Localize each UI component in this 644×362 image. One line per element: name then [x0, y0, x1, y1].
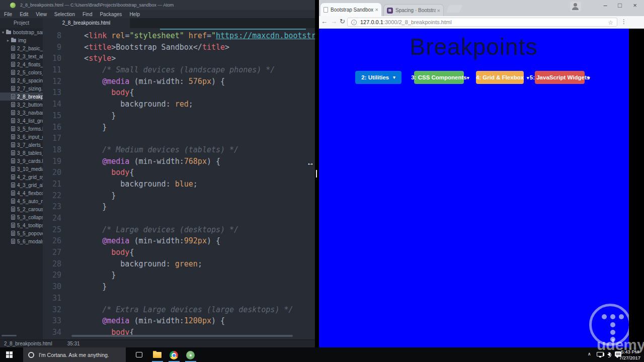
tree-file-3_5_forms.h[interactable]: 3_5_forms.h [0, 125, 43, 133]
code-line-14[interactable]: 14 background: red; [43, 99, 315, 110]
tree-folder-img[interactable]: ▸img [0, 36, 43, 44]
maximize-button[interactable]: □ [614, 2, 626, 9]
file-explorer-icon[interactable] [153, 352, 162, 358]
code-line-23[interactable]: 23 } [43, 201, 315, 213]
tree-file-2_3_text_alig[interactable]: 2_3_text_alig [0, 52, 43, 60]
tree-item-label: 3_10_media [17, 166, 43, 172]
tree-file-5_4_tooltips[interactable]: 5_4_tooltips [0, 221, 43, 229]
file-icon [11, 239, 15, 244]
refresh-icon[interactable]: ↻ [340, 18, 345, 25]
tab-close-icon[interactable]: × [437, 8, 440, 14]
chevron-right-icon[interactable]: ▸ [6, 38, 10, 43]
tree-file-2_7_sizing.ht[interactable]: 2_7_sizing.ht [0, 84, 43, 93]
code-line-19[interactable]: 19 @media (min-width:768px) { [43, 156, 315, 167]
code-line-29[interactable]: 29 } [43, 269, 315, 281]
menu-packages[interactable]: Packages [100, 12, 122, 17]
tree-file-3_8_tables_p[interactable]: 3_8_tables_p [0, 149, 43, 157]
code-line-18[interactable]: 18 /* Medium devices (tablets) */ [43, 144, 315, 156]
code-line-26[interactable]: 26 @media (min-width:992px) { [43, 235, 315, 247]
code-editor[interactable]: 8 <link rel="stylesheet" href="https://m… [43, 28, 315, 339]
code-line-33[interactable]: 33 @media (min-width:1200px) { [43, 315, 315, 327]
dropdown-button-5[interactable]: 5: JavaScript Widgets▾ [535, 71, 585, 84]
tree-file-5_5_popove[interactable]: 5_5_popove [0, 229, 43, 237]
profile-avatar-icon[interactable] [570, 2, 581, 12]
tree-file-4_5_auto_m[interactable]: 4_5_auto_m [0, 197, 43, 205]
tree-file-5_3_collapse[interactable]: 5_3_collapse [0, 213, 43, 221]
tree-file-3_6_input_g[interactable]: 3_6_input_g [0, 133, 43, 141]
url-text[interactable]: 127.0.0.1:3000/2_8_breakpoints.html [360, 19, 452, 25]
editor-tab-breakpoints[interactable]: 2_8_breakpoints.html [43, 18, 130, 28]
dropdown-button-3[interactable]: 3: CSS Components▾ [414, 71, 464, 84]
tree-horizontal-scrollbar[interactable] [2, 335, 17, 336]
tree-file-5_2_carouse[interactable]: 5_2_carouse [0, 205, 43, 213]
code-line-16[interactable]: 16 } [43, 122, 315, 133]
code-line-31[interactable]: 31 [43, 293, 315, 304]
code-line-30[interactable]: 30 } [43, 281, 315, 293]
tree-root-folder[interactable]: ▾bootstrap_sand [0, 28, 43, 36]
file-icon [11, 183, 15, 188]
dropdown-button-2[interactable]: 2: Utilities▾ [355, 71, 401, 84]
code-line-15[interactable]: 15 } [43, 110, 315, 122]
code-line-20[interactable]: 20 body{ [43, 167, 315, 178]
menu-view[interactable]: View [36, 12, 47, 17]
tree-file-3_10_media[interactable]: 3_10_media [0, 165, 43, 173]
code-line-13[interactable]: 13 body{ [43, 87, 315, 99]
menu-help[interactable]: Help [129, 12, 140, 17]
code-line-10[interactable]: 10 <style> [43, 53, 315, 64]
tree-file-3_3_navbar.h[interactable]: 3_3_navbar.h [0, 109, 43, 117]
forward-icon[interactable]: → [331, 18, 337, 25]
close-button[interactable]: × [629, 2, 641, 9]
tray-chevron-icon[interactable]: ∧ [588, 351, 591, 356]
cortana-search-box[interactable]: I'm Cortana. Ask me anything. [23, 347, 126, 362]
tree-file-2_8_breakpo[interactable]: 2_8_breakpo [0, 93, 43, 101]
menu-file[interactable]: File [4, 12, 12, 17]
status-cursor-position[interactable]: 35:31 [67, 341, 80, 346]
file-tree[interactable]: ▾bootstrap_sand▸img2_2_basic_ty2_3_text_… [0, 28, 43, 339]
code-line-17[interactable]: 17 [43, 133, 315, 144]
code-line-21[interactable]: 21 background: blue; [43, 178, 315, 190]
tree-file-4_3_grid_alig[interactable]: 4_3_grid_alig [0, 181, 43, 189]
tree-file-4_4_flexbox.[interactable]: 4_4_flexbox. [0, 189, 43, 197]
tree-file-2_2_basic_ty[interactable]: 2_2_basic_ty [0, 44, 43, 52]
editor-horizontal-scrollbar[interactable] [71, 335, 293, 337]
tree-file-3_2_buttons[interactable]: 3_2_buttons [0, 101, 43, 109]
task-view-button[interactable] [136, 352, 142, 357]
code-line-27[interactable]: 27 body{ [43, 247, 315, 258]
code-line-9[interactable]: 9 <title>Bootstrap Sandbox</title> [43, 42, 315, 53]
page-info-icon[interactable]: i [351, 20, 357, 25]
menu-selection[interactable]: Selection [54, 12, 75, 17]
tab-bootstrap-sandbox[interactable]: Bootstrap Sandbox × [320, 3, 381, 16]
minimize-button[interactable]: – [599, 2, 611, 9]
new-tab-button[interactable] [446, 5, 462, 13]
menu-edit[interactable]: Edit [20, 12, 28, 17]
code-line-24[interactable]: 24 [43, 213, 315, 224]
address-bar[interactable]: i 127.0.0.1:3000/2_8_breakpoints.html ☆ [347, 18, 617, 27]
tab-spacing-bootstrap[interactable]: B Spacing · Bootstrap × [383, 4, 444, 16]
tab-close-icon[interactable]: × [375, 7, 378, 13]
code-line-25[interactable]: 25 /* Large devices (desktops) */ [43, 224, 315, 236]
chevron-down-icon[interactable]: ▾ [1, 30, 5, 35]
code-line-8[interactable]: 8 <link rel="stylesheet" href="https://m… [43, 30, 315, 42]
menu-find[interactable]: Find [83, 12, 92, 17]
code-line-22[interactable]: 22 } [43, 190, 315, 202]
tree-file-4_2_grid_sys[interactable]: 4_2_grid_sys [0, 173, 43, 181]
chrome-menu-icon[interactable]: ⋮ [621, 18, 627, 25]
tree-file-2_6_spacing[interactable]: 2_6_spacing [0, 76, 43, 84]
code-line-11[interactable]: 11 /* Small devices (landscape phones) *… [43, 64, 315, 76]
atom-taskbar-icon[interactable] [186, 351, 195, 359]
tree-file-2_4_floats_p[interactable]: 2_4_floats_p [0, 60, 43, 68]
start-button[interactable] [6, 351, 13, 358]
code-line-32[interactable]: 32 /* Extra Large devices (large desktop… [43, 304, 315, 316]
chrome-taskbar-icon[interactable] [170, 351, 178, 359]
back-icon[interactable]: ← [321, 18, 328, 25]
tree-dock-tab-project[interactable]: Project [0, 18, 43, 28]
tree-file-5_6_modals.[interactable]: 5_6_modals. [0, 237, 43, 245]
code-line-12[interactable]: 12 @media (min-width: 576px) { [43, 76, 315, 87]
code-line-28[interactable]: 28 background: green; [43, 258, 315, 270]
tree-file-3_7_alerts_p[interactable]: 3_7_alerts_p [0, 141, 43, 149]
dropdown-button-4[interactable]: 4: Grid & Flexbox▾ [476, 71, 524, 84]
tree-file-2_5_colors_b[interactable]: 2_5_colors_b [0, 68, 43, 76]
tree-file-3_9_cards.ht[interactable]: 3_9_cards.ht [0, 157, 43, 165]
bookmark-star-icon[interactable]: ☆ [608, 19, 613, 26]
tree-file-3_4_list_grou[interactable]: 3_4_list_grou [0, 117, 43, 125]
